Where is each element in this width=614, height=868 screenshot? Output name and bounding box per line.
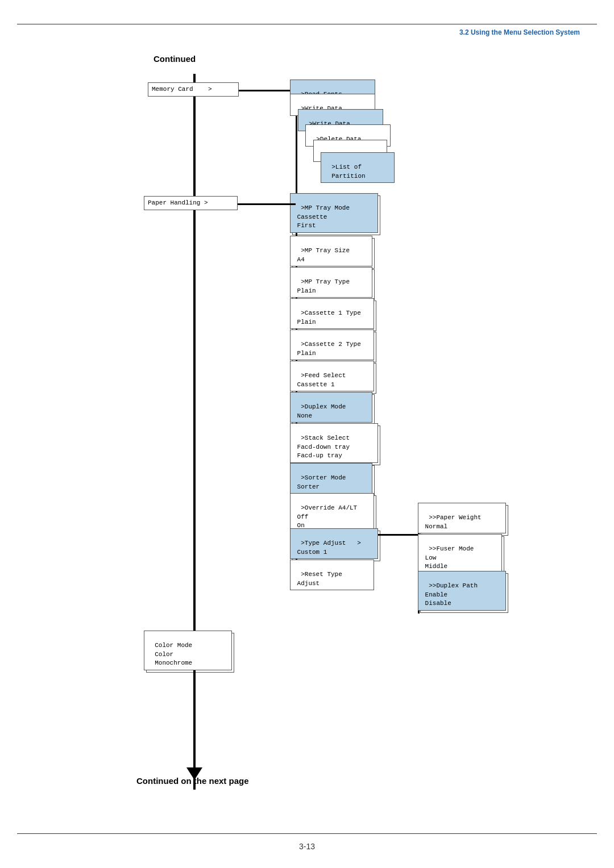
paper-handling-box: Paper Handling > (144, 196, 238, 210)
main-vertical-line (193, 74, 196, 790)
reset-type-adjust-box: >Reset Type Adjust (290, 560, 374, 590)
duplex-path-box: >>Duplex Path Enable Disable (418, 571, 506, 611)
stack-select-box: >Stack Select Facd-down tray Facd-up tra… (290, 423, 378, 463)
top-rule (17, 24, 597, 24)
ph-mp-tray-mode-h (290, 203, 296, 205)
fuser-mode-box: >>Fuser Mode Low Middle (418, 534, 502, 574)
override-a4lt-box: >Override A4/LT Off On (290, 493, 374, 533)
mp-tray-mode-box: >MP Tray Mode Cassette First (290, 193, 378, 233)
paper-handling-to-sub-h-line (238, 203, 290, 205)
paper-weight-box: >>Paper Weight Normal (418, 503, 506, 533)
arrow-down (186, 767, 202, 780)
cassette2-type-box: >Cassette 2 Type Plain (290, 329, 374, 360)
color-mode-box: Color Mode Color Monochrome (144, 631, 232, 670)
page-number: 3-13 (299, 842, 315, 851)
mp-tray-type-box: >MP Tray Type Plain (290, 267, 372, 298)
cassette1-type-box: >Cassette 1 Type Plain (290, 298, 374, 329)
sorter-mode-box: >Sorter Mode Sorter (290, 463, 372, 494)
memory-card-to-sub-h-line (239, 90, 290, 91)
type-adjust-box: >Type Adjust > Custom 1 (290, 528, 378, 559)
type-adjust-h-line (378, 534, 418, 536)
mp-tray-size-box: >MP Tray Size A4 (290, 236, 372, 266)
continued-top: Continued (154, 54, 196, 64)
bottom-rule (17, 833, 597, 834)
duplex-mode-box: >Duplex Mode None (290, 392, 372, 423)
feed-select-box: >Feed Select Cassette 1 (290, 361, 374, 391)
memory-card-box: Memory Card > (148, 82, 239, 97)
list-partition-box: >List of Partition (321, 152, 395, 183)
section-header: 3.2 Using the Menu Selection System (459, 28, 580, 36)
